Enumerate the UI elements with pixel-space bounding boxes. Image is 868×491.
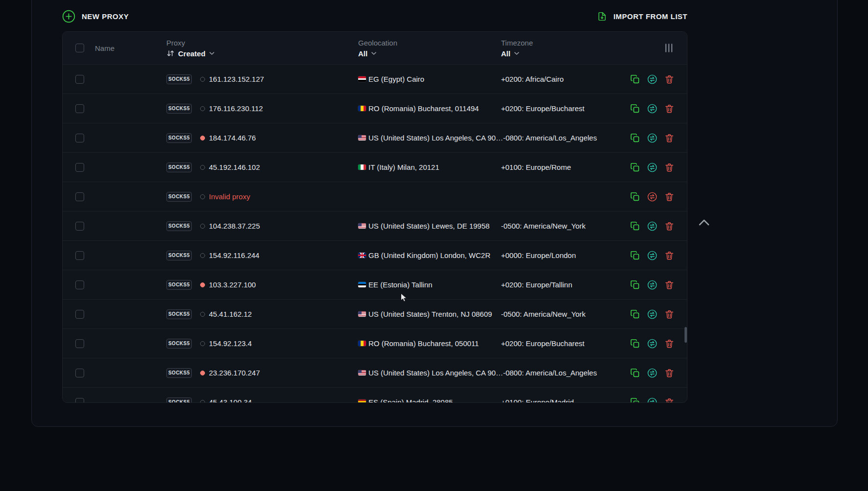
- swap-proxy-button[interactable]: [647, 162, 658, 173]
- chevron-down-icon: [209, 51, 215, 55]
- sort-by-created-control[interactable]: Created: [166, 50, 215, 57]
- swap-proxy-button[interactable]: [647, 133, 658, 143]
- row-checkbox[interactable]: [75, 310, 84, 319]
- delete-proxy-button[interactable]: [664, 368, 675, 378]
- swap-proxy-button[interactable]: [647, 397, 658, 403]
- copy-proxy-button[interactable]: [630, 191, 640, 202]
- status-dot: [200, 106, 205, 111]
- timezone-text: +0200: Europe/Tallinn: [501, 281, 572, 289]
- copy-proxy-button[interactable]: [630, 103, 640, 114]
- protocol-badge: SOCKS5: [166, 251, 192, 260]
- swap-proxy-button[interactable]: [647, 368, 658, 378]
- table-header: Name Proxy Created Geo: [63, 32, 687, 64]
- copy-proxy-button[interactable]: [630, 250, 640, 261]
- table-row: SOCKS5 154.92.123.4 RO (Romania) Buchare…: [63, 328, 687, 358]
- swap-proxy-button[interactable]: [647, 309, 658, 320]
- table-row: SOCKS5 103.3.227.100 EE (Estonia) Tallin…: [63, 270, 687, 299]
- status-dot: [200, 194, 205, 199]
- row-checkbox[interactable]: [75, 134, 84, 142]
- proxy-address: 161.123.152.127: [209, 75, 264, 83]
- name-cell: [95, 65, 166, 94]
- column-header-name: Name: [95, 45, 114, 52]
- row-checkbox[interactable]: [75, 251, 84, 260]
- delete-proxy-button[interactable]: [664, 103, 675, 114]
- timezone-text: +0000: Europe/London: [501, 251, 576, 259]
- delete-proxy-button[interactable]: [664, 280, 675, 290]
- copy-proxy-button[interactable]: [630, 133, 640, 143]
- row-checkbox[interactable]: [75, 104, 84, 113]
- proxy-manager-page: NEW PROXY IMPORT FROM LIST Name Proxy: [0, 0, 868, 491]
- timezone-filter[interactable]: All: [501, 50, 520, 57]
- scroll-to-top-button[interactable]: [698, 217, 710, 227]
- geolocation-filter[interactable]: All: [358, 50, 377, 57]
- proxy-table: Name Proxy Created Geo: [62, 31, 687, 403]
- swap-proxy-button[interactable]: [647, 103, 658, 114]
- geolocation-text: RO (Romania) Bucharest, 050011: [368, 339, 479, 348]
- copy-proxy-button[interactable]: [630, 280, 640, 290]
- protocol-badge: SOCKS5: [166, 280, 192, 290]
- geolocation-text: IT (Italy) Milan, 20121: [368, 163, 439, 171]
- copy-proxy-button[interactable]: [630, 397, 640, 403]
- sort-direction-icon: [166, 50, 175, 57]
- timezone-text: +0200: Europe/Bucharest: [501, 104, 585, 113]
- country-flag-icon: [358, 135, 366, 140]
- import-from-list-button[interactable]: IMPORT FROM LIST: [597, 11, 687, 22]
- copy-proxy-button[interactable]: [630, 338, 640, 349]
- proxy-address: 45.43.100.34: [209, 398, 252, 403]
- copy-proxy-button[interactable]: [630, 74, 640, 85]
- geolocation-text: US (United States) Los Angeles, CA 90…: [368, 369, 503, 377]
- row-checkbox[interactable]: [75, 163, 84, 172]
- delete-proxy-button[interactable]: [664, 162, 675, 173]
- geolocation-text: GB (United Kingdom) London, WC2R: [368, 251, 490, 259]
- copy-proxy-button[interactable]: [630, 162, 640, 173]
- protocol-badge: SOCKS5: [166, 163, 192, 172]
- copy-proxy-button[interactable]: [630, 221, 640, 232]
- delete-proxy-button[interactable]: [664, 74, 675, 85]
- swap-proxy-button[interactable]: [647, 280, 658, 290]
- row-checkbox[interactable]: [75, 339, 84, 348]
- swap-proxy-button[interactable]: [647, 250, 658, 261]
- delete-proxy-button[interactable]: [664, 221, 675, 232]
- new-proxy-button[interactable]: NEW PROXY: [62, 10, 129, 23]
- select-all-checkbox[interactable]: [75, 44, 84, 52]
- swap-proxy-button[interactable]: [647, 191, 658, 202]
- timezone-text: -0500: America/New_York: [501, 310, 586, 318]
- import-file-icon: [597, 11, 607, 22]
- swap-proxy-button[interactable]: [647, 221, 658, 232]
- status-dot: [200, 165, 205, 170]
- proxy-address: 23.236.170.247: [209, 369, 260, 377]
- row-checkbox[interactable]: [75, 222, 84, 231]
- timezone-text: +0100: Europe/Rome: [501, 163, 571, 171]
- swap-proxy-button[interactable]: [647, 74, 658, 85]
- row-checkbox[interactable]: [75, 398, 84, 403]
- delete-proxy-button[interactable]: [664, 191, 675, 202]
- status-dot: [200, 136, 205, 140]
- delete-proxy-button[interactable]: [664, 133, 675, 143]
- column-settings-icon[interactable]: [663, 43, 675, 53]
- delete-proxy-button[interactable]: [664, 250, 675, 261]
- copy-proxy-button[interactable]: [630, 309, 640, 320]
- row-checkbox[interactable]: [75, 75, 84, 84]
- swap-proxy-button[interactable]: [647, 338, 658, 349]
- proxy-address: 103.3.227.100: [209, 281, 256, 289]
- table-row: SOCKS5 23.236.170.247 US (United States)…: [63, 358, 687, 387]
- status-dot: [200, 282, 205, 287]
- proxy-address: 45.192.146.102: [209, 163, 260, 171]
- copy-proxy-button[interactable]: [630, 368, 640, 378]
- delete-proxy-button[interactable]: [664, 309, 675, 320]
- row-checkbox[interactable]: [75, 369, 84, 377]
- row-checkbox[interactable]: [75, 281, 84, 289]
- protocol-badge: SOCKS5: [166, 192, 192, 202]
- status-dot: [200, 224, 205, 229]
- delete-proxy-button[interactable]: [664, 338, 675, 349]
- protocol-badge: SOCKS5: [166, 74, 192, 84]
- geolocation-filter-value: All: [358, 50, 367, 57]
- status-dot: [200, 341, 205, 346]
- delete-proxy-button[interactable]: [664, 397, 675, 403]
- proxy-address: Invalid proxy: [209, 192, 250, 201]
- country-flag-icon: [358, 76, 366, 82]
- row-checkbox[interactable]: [75, 192, 84, 201]
- geolocation-text: US (United States) Trenton, NJ 08609: [368, 310, 492, 318]
- scrollbar-thumb[interactable]: [685, 327, 687, 343]
- name-cell: [95, 182, 166, 211]
